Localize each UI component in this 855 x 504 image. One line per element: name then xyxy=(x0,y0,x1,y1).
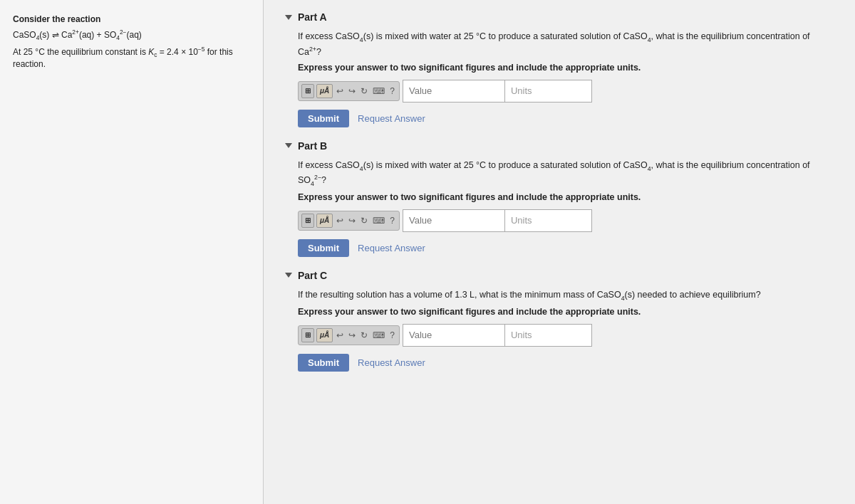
part-a-btn-row: Submit Request Answer xyxy=(298,110,834,127)
part-a-undo-icon[interactable]: ↩ xyxy=(335,86,345,96)
part-c-grid-btn[interactable]: ⊞ xyxy=(301,328,314,342)
part-a-refresh-icon[interactable]: ↻ xyxy=(359,86,369,96)
part-a-redo-icon[interactable]: ↪ xyxy=(347,86,357,96)
reaction-equation: CaSO4(s) ⇌ Ca2+(aq) + SO42−(aq) xyxy=(13,28,250,41)
part-b-answer-input: Units xyxy=(403,209,592,232)
part-c-content: If the resulting solution has a volume o… xyxy=(285,288,834,372)
part-b-grid-btn[interactable]: ⊞ xyxy=(301,214,314,228)
part-b-question: If excess CaSO4(s) is mixed with water a… xyxy=(298,159,834,189)
part-a-units-field: Units xyxy=(504,80,591,102)
part-c-answer-input: Units xyxy=(403,324,592,347)
part-c-units-field: Units xyxy=(504,325,591,346)
part-b-value-field[interactable] xyxy=(403,210,504,231)
part-c-toggle-icon xyxy=(285,273,292,278)
part-b-toggle-icon xyxy=(285,143,292,148)
part-a-keyboard-icon[interactable]: ⌨ xyxy=(371,86,386,96)
part-a-content: If excess CaSO4(s) is mixed with water a… xyxy=(285,30,834,127)
part-b-input-row: ⊞ μÅ ↩ ↪ ↻ ⌨ ? Units xyxy=(298,209,834,232)
reaction-title: Consider the reaction xyxy=(13,14,250,24)
part-b-mu-btn[interactable]: μÅ xyxy=(316,214,333,228)
part-b-label: Part B xyxy=(298,140,327,152)
part-a-answer-input: Units xyxy=(403,80,592,103)
part-c-value-field[interactable] xyxy=(403,325,504,346)
part-c-undo-icon[interactable]: ↩ xyxy=(335,330,345,340)
part-c-mu-btn[interactable]: μÅ xyxy=(316,328,333,342)
part-a-instruction: Express your answer to two significant f… xyxy=(298,63,834,73)
part-b-help-icon[interactable]: ? xyxy=(388,216,396,226)
part-b-content: If excess CaSO4(s) is mixed with water a… xyxy=(285,159,834,257)
part-a-section: Part A If excess CaSO4(s) is mixed with … xyxy=(285,11,834,127)
part-b-refresh-icon[interactable]: ↻ xyxy=(359,216,369,226)
part-c-header[interactable]: Part C xyxy=(285,270,834,281)
part-b-btn-row: Submit Request Answer xyxy=(298,239,834,257)
part-a-request-answer-link[interactable]: Request Answer xyxy=(358,113,425,124)
part-b-undo-icon[interactable]: ↩ xyxy=(335,216,345,226)
right-panel: Part A If excess CaSO4(s) is mixed with … xyxy=(264,0,855,504)
part-c-toolbar: ⊞ μÅ ↩ ↪ ↻ ⌨ ? xyxy=(298,325,400,345)
part-a-value-field[interactable] xyxy=(403,80,504,102)
part-a-mu-btn[interactable]: μÅ xyxy=(316,84,333,98)
part-a-grid-btn[interactable]: ⊞ xyxy=(301,84,314,98)
part-c-submit-btn[interactable]: Submit xyxy=(298,354,349,372)
part-a-help-icon[interactable]: ? xyxy=(388,86,396,96)
part-b-toolbar: ⊞ μÅ ↩ ↪ ↻ ⌨ ? xyxy=(298,211,400,231)
equilibrium-info: At 25 °C the equilibrium constant is Kc … xyxy=(13,46,250,68)
part-c-help-icon[interactable]: ? xyxy=(388,330,396,340)
part-a-toggle-icon xyxy=(285,15,292,20)
part-b-header[interactable]: Part B xyxy=(285,140,834,152)
part-c-btn-row: Submit Request Answer xyxy=(298,354,834,372)
part-c-question: If the resulting solution has a volume o… xyxy=(298,288,834,303)
part-a-input-row: ⊞ μÅ ↩ ↪ ↻ ⌨ ? Units xyxy=(298,80,834,103)
part-c-request-answer-link[interactable]: Request Answer xyxy=(358,357,425,368)
part-b-units-field: Units xyxy=(504,210,591,231)
part-a-toolbar: ⊞ μÅ ↩ ↪ ↻ ⌨ ? xyxy=(298,81,400,101)
part-b-section: Part B If excess CaSO4(s) is mixed with … xyxy=(285,140,834,257)
part-b-instruction: Express your answer to two significant f… xyxy=(298,192,834,202)
part-a-label: Part A xyxy=(298,11,327,23)
part-b-redo-icon[interactable]: ↪ xyxy=(347,216,357,226)
part-b-submit-btn[interactable]: Submit xyxy=(298,239,349,257)
part-c-keyboard-icon[interactable]: ⌨ xyxy=(371,330,386,340)
part-a-header[interactable]: Part A xyxy=(285,11,834,23)
part-a-submit-btn[interactable]: Submit xyxy=(298,110,349,127)
part-c-label: Part C xyxy=(298,270,327,281)
part-c-redo-icon[interactable]: ↪ xyxy=(347,330,357,340)
left-panel: Consider the reaction CaSO4(s) ⇌ Ca2+(aq… xyxy=(0,0,264,504)
part-c-instruction: Express your answer to two significant f… xyxy=(298,307,834,317)
part-b-request-answer-link[interactable]: Request Answer xyxy=(358,243,425,253)
part-c-section: Part C If the resulting solution has a v… xyxy=(285,270,834,372)
part-a-question: If excess CaSO4(s) is mixed with water a… xyxy=(298,30,834,59)
part-c-input-row: ⊞ μÅ ↩ ↪ ↻ ⌨ ? Units xyxy=(298,324,834,347)
part-c-refresh-icon[interactable]: ↻ xyxy=(359,330,369,340)
part-b-keyboard-icon[interactable]: ⌨ xyxy=(371,216,386,226)
